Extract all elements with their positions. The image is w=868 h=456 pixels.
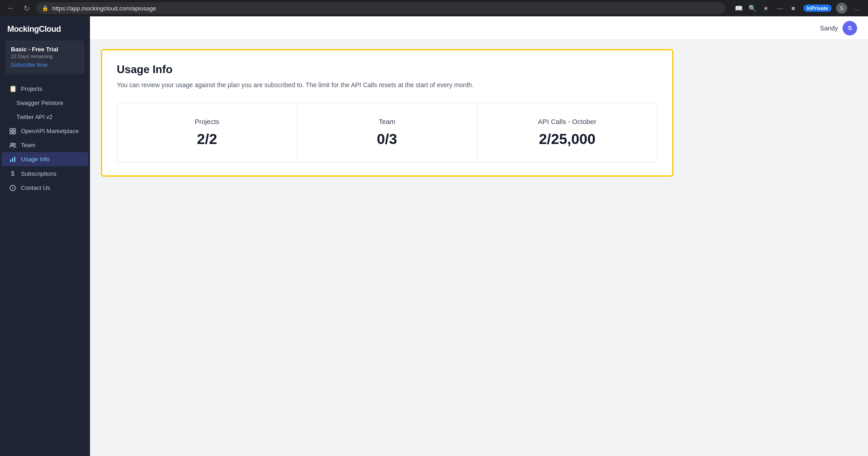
svg-point-4 (10, 143, 13, 145)
stat-api-calls: API Calls - October 2/25,000 (477, 103, 657, 162)
sidebar-item-contact-us[interactable]: ? Contact Us (2, 181, 88, 195)
subscribe-now-button[interactable]: Subscribe Now (11, 62, 48, 68)
user-info: Sandy S (820, 21, 857, 35)
svg-text:?: ? (12, 186, 14, 191)
sidebar-item-twitter-api[interactable]: Twitter API v2 (2, 110, 88, 124)
sidebar-item-projects-label: Projects (21, 85, 42, 92)
top-bar: Sandy S (90, 16, 868, 40)
usage-card: Usage Info You can review your usage aga… (101, 49, 673, 177)
subscriptions-icon: $ (9, 170, 16, 177)
inprivate-badge: InPrivate (803, 5, 832, 12)
svg-rect-3 (13, 132, 15, 134)
projects-icon: 📋 (9, 85, 16, 92)
stats-grid: Projects 2/2 Team 0/3 API Calls - Octobe… (117, 103, 658, 163)
extensions-button[interactable]: ■ (788, 3, 799, 14)
sidebar-item-team[interactable]: Team (2, 138, 88, 152)
url-text: https://app.mockingcloud.com/apiusage (52, 5, 156, 12)
stat-projects-value: 2/2 (128, 131, 286, 148)
sidebar-item-openapi-marketplace[interactable]: OpenAPI Marketplace (2, 124, 88, 138)
svg-rect-8 (14, 157, 15, 162)
svg-rect-0 (10, 129, 12, 131)
sidebar-item-team-label: Team (21, 142, 35, 149)
sidebar: MockingCloud Basic - Free Trial 22 Days … (0, 16, 90, 456)
user-name: Sandy (820, 25, 838, 32)
sidebar-item-swagger-petstore[interactable]: Swagger Petstore (2, 96, 88, 110)
plan-box: Basic - Free Trial 22 Days remaining Sub… (5, 40, 85, 74)
read-mode-button[interactable]: 📖 (733, 3, 744, 14)
sidebar-item-subscriptions[interactable]: $ Subscriptions (2, 166, 88, 181)
stat-api-calls-value: 2/25,000 (488, 131, 646, 148)
svg-rect-7 (12, 158, 14, 162)
team-icon (9, 143, 16, 148)
sidebar-item-swagger-label: Swagger Petstore (16, 99, 63, 106)
refresh-button[interactable]: ↻ (21, 3, 32, 14)
stat-team: Team 0/3 (297, 103, 477, 162)
app-container: MockingCloud Basic - Free Trial 22 Days … (0, 16, 868, 456)
sidebar-item-usage-info[interactable]: Usage Info (2, 152, 88, 166)
page-title: Usage Info (117, 63, 658, 76)
browser-chrome: ← ↻ 🔒 https://app.mockingcloud.com/apius… (0, 0, 868, 16)
marketplace-icon (9, 128, 16, 134)
browser-action-buttons: 📖 🔍 ★ ⸻ ■ (733, 3, 799, 14)
svg-rect-2 (10, 132, 12, 134)
svg-rect-1 (13, 129, 15, 131)
stat-projects-label: Projects (128, 118, 286, 125)
sidebar-item-marketplace-label: OpenAPI Marketplace (21, 128, 79, 134)
contact-icon: ? (9, 185, 16, 191)
menu-button[interactable]: … (852, 3, 863, 14)
sidebar-item-subscriptions-label: Subscriptions (21, 170, 56, 177)
plan-days: 22 Days remaining (11, 54, 79, 59)
usage-icon (9, 156, 16, 162)
sidebar-item-projects[interactable]: 📋 Projects (2, 81, 88, 96)
app-logo: MockingCloud (0, 16, 90, 40)
browser-user-avatar[interactable]: S (836, 3, 847, 14)
address-bar[interactable]: 🔒 https://app.mockingcloud.com/apiusage (36, 2, 725, 14)
back-button[interactable]: ← (5, 3, 16, 14)
stat-team-value: 0/3 (308, 131, 466, 148)
plan-name: Basic - Free Trial (11, 46, 79, 53)
user-avatar[interactable]: S (843, 21, 857, 35)
stat-team-label: Team (308, 118, 466, 125)
collections-button[interactable]: ⸻ (774, 3, 785, 14)
svg-point-5 (14, 143, 15, 145)
favorites-button[interactable]: ★ (761, 3, 772, 14)
search-button[interactable]: 🔍 (747, 3, 758, 14)
sidebar-item-twitter-label: Twitter API v2 (16, 114, 52, 120)
sidebar-item-usage-label: Usage Info (21, 156, 50, 163)
page-content: Usage Info You can review your usage aga… (90, 40, 868, 456)
svg-rect-6 (10, 159, 11, 162)
lock-icon: 🔒 (42, 5, 49, 11)
main-content: Sandy S Usage Info You can review your u… (90, 16, 868, 456)
stat-projects: Projects 2/2 (117, 103, 297, 162)
sidebar-item-contact-label: Contact Us (21, 184, 50, 191)
stat-api-calls-label: API Calls - October (488, 118, 646, 125)
usage-description: You can review your usage against the pl… (117, 80, 658, 90)
